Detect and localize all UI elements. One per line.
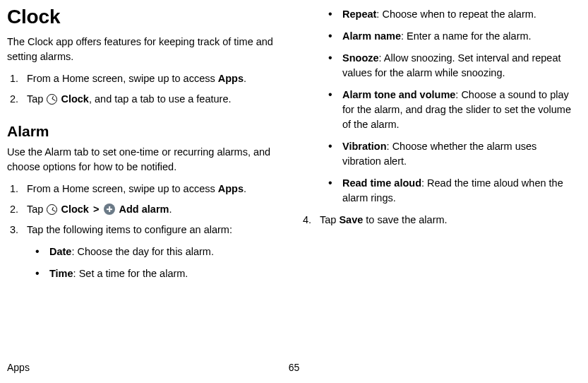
bullet-date-label: Date — [49, 246, 71, 257]
add-icon — [104, 204, 115, 215]
step-1-bold: Apps — [218, 73, 244, 84]
step-2-post2: , and tap a tab to use a feature. — [89, 93, 232, 105]
step-1: From a Home screen, swipe up to access A… — [7, 71, 279, 86]
page-footer: Apps 65 — [7, 362, 581, 373]
alarm-intro: Use the Alarm tab to set one-time or rec… — [7, 145, 279, 175]
bullet-snooze-label: Snooze — [342, 52, 379, 64]
page-title: Clock — [7, 3, 279, 32]
alarm-step-3-text: Tap the following items to configure an … — [27, 224, 232, 235]
step-1-pre: From a Home screen, swipe up to access — [27, 73, 218, 84]
bullet-time-desc: : Set a time for the alarm. — [73, 268, 188, 279]
bullet-repeat: Repeat: Choose when to repeat the alarm. — [320, 7, 572, 22]
step-2: Tap Clock, and tap a tab to use a featur… — [7, 92, 279, 107]
alarm-step-1: From a Home screen, swipe up to access A… — [7, 182, 279, 196]
step-2-iconlabel: Clock — [61, 93, 89, 105]
alarm-step-1-post: . — [244, 183, 246, 194]
alarm-step-2-label1: Clock — [61, 204, 89, 215]
page: Clock The Clock app offers features for … — [0, 0, 588, 383]
intro-text: The Clock app offers features for keepin… — [7, 35, 279, 64]
alarm-step-2: Tap Clock > Add alarm. — [7, 202, 279, 217]
alarm-step-1-pre: From a Home screen, swipe up to access — [27, 183, 218, 194]
alarm-step-3: Tap the following items to configure an … — [7, 223, 279, 281]
bullet-time: Time: Set a time for the alarm. — [27, 266, 279, 281]
alarm-steps: From a Home screen, swipe up to access A… — [7, 182, 279, 281]
alarm-step-1-bold: Apps — [218, 183, 244, 194]
bullet-tone-volume: Alarm tone and volume: Choose a sound to… — [320, 88, 572, 132]
footer-section: Apps — [7, 362, 30, 373]
alarm-heading: Alarm — [7, 121, 279, 142]
alarm-step-4-bold: Save — [339, 214, 363, 225]
bullet-alarm-name: Alarm name: Enter a name for the alarm. — [320, 29, 572, 44]
step-1-post: . — [244, 73, 246, 84]
left-column: Clock The Clock app offers features for … — [0, 0, 279, 288]
bullet-date: Date: Choose the day for this alarm. — [27, 244, 279, 259]
alarm-step-4-pre: Tap — [320, 214, 339, 225]
alarm-step-4-num: 4. — [303, 213, 311, 228]
alarm-step-4-post: to save the alarm. — [363, 214, 447, 225]
bullet-read-aloud-label: Read time aloud — [342, 177, 421, 189]
chevron-icon: > — [89, 204, 104, 215]
alarm-config-bullets-right: Repeat: Choose when to repeat the alarm.… — [300, 7, 572, 206]
alarm-config-bullets-left: Date: Choose the day for this alarm. Tim… — [27, 244, 279, 281]
alarm-step-2-post: . — [169, 204, 172, 215]
bullet-tone-volume-label: Alarm tone and volume — [342, 89, 455, 100]
bullet-vibration-label: Vibration — [342, 141, 387, 152]
bullet-read-aloud: Read time aloud: Read the time aloud whe… — [320, 176, 572, 206]
clock-icon — [47, 94, 57, 105]
right-column: Repeat: Choose when to repeat the alarm.… — [300, 0, 579, 288]
bullet-repeat-label: Repeat — [342, 8, 376, 20]
bullet-snooze: Snooze: Allow snoozing. Set interval and… — [320, 51, 572, 81]
alarm-step-2-pre: Tap — [27, 204, 46, 215]
alarm-step-2-label2: Add alarm — [119, 204, 169, 215]
alarm-step-4: 4. Tap Save to save the alarm. — [300, 213, 572, 228]
clock-steps: From a Home screen, swipe up to access A… — [7, 71, 279, 107]
two-column-layout: Clock The Clock app offers features for … — [0, 0, 588, 288]
bullet-date-desc: : Choose the day for this alarm. — [71, 246, 214, 257]
step-2-pre: Tap — [27, 93, 46, 105]
bullet-time-label: Time — [49, 268, 73, 279]
bullet-vibration: Vibration: Choose whether the alarm uses… — [320, 139, 572, 169]
clock-icon — [47, 204, 57, 215]
bullet-repeat-desc: : Choose when to repeat the alarm. — [376, 8, 536, 20]
bullet-alarm-name-label: Alarm name — [342, 30, 401, 42]
footer-page-number: 65 — [289, 362, 300, 373]
bullet-alarm-name-desc: : Enter a name for the alarm. — [401, 30, 532, 42]
